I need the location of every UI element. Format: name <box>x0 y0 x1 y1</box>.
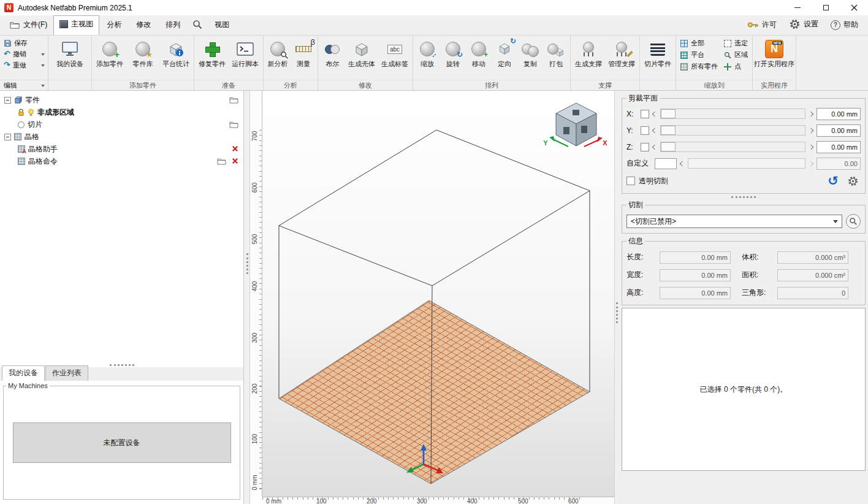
add-part-button[interactable]: + 添加零件 <box>93 37 126 80</box>
new-analysis-button[interactable]: 新分析 <box>265 37 291 80</box>
help-button[interactable]: ? 帮助 <box>824 16 864 35</box>
open-folder-button[interactable] <box>229 96 238 105</box>
tree-item-parts[interactable]: 零件 <box>0 94 243 106</box>
manage-support-button[interactable]: 管理支撑 <box>605 37 638 80</box>
clip-y-value[interactable]: 0.00 mm <box>817 124 861 137</box>
create-support-button[interactable]: 生成支撑 <box>572 37 605 80</box>
splitter-grip[interactable] <box>246 253 248 274</box>
redo-dropdown-caret[interactable] <box>41 64 45 69</box>
slider-right-arrow[interactable] <box>809 161 813 166</box>
zoom-region-button[interactable]: 区域 <box>723 49 749 61</box>
close-button[interactable] <box>840 0 868 15</box>
slider-right-arrow[interactable] <box>809 111 813 116</box>
slider-thumb[interactable] <box>661 142 676 151</box>
viewport-right-splitter[interactable] <box>614 91 619 504</box>
run-script-button[interactable]: 运行脚本 <box>229 37 262 80</box>
collapse-icon[interactable] <box>4 97 11 104</box>
zoom-platform-button[interactable]: 平台 <box>679 49 719 61</box>
tab-arrange[interactable]: 排列 <box>158 15 188 35</box>
clip-z-value[interactable]: 0.00 mm <box>817 141 861 153</box>
slider-left-arrow[interactable] <box>652 144 657 149</box>
clipping-settings-button[interactable] <box>845 174 861 188</box>
clip-x-value[interactable]: 0.00 mm <box>817 108 861 120</box>
zoom-point-button[interactable]: 点 <box>723 61 749 72</box>
save-button[interactable]: 保存 <box>1 37 48 48</box>
settings-button[interactable]: 设置 <box>783 15 824 35</box>
pack-button[interactable]: 打包 <box>543 37 569 80</box>
tree-item-lattice-command[interactable]: 晶格命令 <box>0 155 243 167</box>
open-folder-button[interactable] <box>229 121 238 130</box>
ribbon-group-my-devices: 我的设备 <box>48 36 92 90</box>
tree-item-nonform-area[interactable]: 非成形区域 <box>0 106 243 118</box>
slider-left-arrow[interactable] <box>652 128 657 132</box>
zoom-all-button[interactable]: 全部 <box>679 37 719 49</box>
edit-menu-button[interactable]: 编辑 <box>1 80 48 90</box>
duplicate-button[interactable]: 复制 <box>517 37 543 80</box>
slider-thumb[interactable] <box>661 126 676 135</box>
tab-analysis[interactable]: 分析 <box>99 15 129 35</box>
clip-z-slider[interactable] <box>660 142 805 152</box>
search-button[interactable] <box>188 15 207 35</box>
viewport-3d[interactable]: Y X <box>262 91 614 497</box>
delete-button[interactable] <box>232 158 238 166</box>
reset-clipping-button[interactable]: ↺ <box>825 174 841 188</box>
undo-button[interactable]: ↶ 撤销 <box>1 48 48 59</box>
file-menu-button[interactable]: 文件(F) <box>4 16 53 35</box>
undo-dropdown-caret[interactable] <box>41 53 45 58</box>
splitter-grip[interactable] <box>616 302 618 323</box>
create-label-button[interactable]: abc 生成标签 <box>378 37 411 80</box>
clip-y-slider[interactable] <box>660 125 805 136</box>
move-button[interactable]: + 移动 <box>466 37 492 80</box>
license-button[interactable]: 许可 <box>741 16 783 35</box>
orient-button[interactable]: ↻ 定向 <box>492 37 517 80</box>
viewport-left-splitter[interactable] <box>244 91 250 504</box>
volume-label: 体积: <box>742 252 774 262</box>
zoom-selected-button[interactable]: 选定 <box>723 37 749 49</box>
boolean-button[interactable]: 布尔 <box>319 37 345 80</box>
tree-item-lattice-helper[interactable]: A 晶格助手 <box>0 143 243 155</box>
tree-item-slices[interactable]: 切片 <box>0 118 243 131</box>
slider-left-arrow[interactable] <box>652 111 657 116</box>
delete-button[interactable] <box>232 145 238 154</box>
clip-y-checkbox[interactable] <box>641 126 649 135</box>
slice-part-button[interactable]: 切片零件 <box>641 37 674 80</box>
tab-my-devices[interactable]: 我的设备 <box>2 365 45 381</box>
rotate-button[interactable]: ↻ 旋转 <box>440 37 466 80</box>
left-panel-splitter[interactable] <box>110 364 134 366</box>
clip-x-slider[interactable] <box>660 109 805 119</box>
cut-dropdown[interactable]: <切割已禁用> <box>626 215 842 228</box>
tab-job-list[interactable]: 作业列表 <box>45 365 88 381</box>
tab-main-view[interactable]: 主视图 <box>53 15 99 35</box>
part-library-button[interactable]: ★ 零件库 <box>126 37 159 80</box>
clip-x-checkbox[interactable] <box>641 110 649 118</box>
right-panel-splitter[interactable] <box>731 196 756 198</box>
cut-search-button[interactable] <box>846 214 861 229</box>
open-utility-button[interactable]: NNFB 打开实用程序 <box>754 37 794 80</box>
tab-modify[interactable]: 修改 <box>129 15 158 35</box>
open-folder-button[interactable] <box>217 158 226 167</box>
slider-right-arrow[interactable] <box>809 144 813 149</box>
zoom-all-parts-button[interactable]: 所有零件 <box>679 61 719 72</box>
slider-left-arrow[interactable] <box>680 161 685 166</box>
clip-custom-input[interactable] <box>655 158 677 169</box>
transparent-cut-checkbox[interactable] <box>626 177 635 185</box>
tab-view[interactable]: 视图 <box>207 15 237 35</box>
slider-right-arrow[interactable] <box>809 128 813 132</box>
no-device-configured-box[interactable]: 未配置设备 <box>13 422 231 463</box>
minimize-button[interactable] <box>783 0 812 15</box>
support-edit-icon <box>616 42 627 56</box>
platform-stats-button[interactable]: 平台统计 <box>159 37 192 80</box>
tree-item-lattice[interactable]: 晶格 <box>0 131 243 143</box>
create-shell-button[interactable]: 生成壳体 <box>345 37 378 80</box>
repair-part-button[interactable]: 修复零件 <box>196 37 229 80</box>
clip-custom-slider[interactable] <box>688 158 805 169</box>
collapse-icon[interactable] <box>4 134 11 140</box>
clip-z-checkbox[interactable] <box>641 143 649 151</box>
maximize-button[interactable] <box>812 0 840 15</box>
slider-thumb[interactable] <box>661 109 676 118</box>
my-devices-button[interactable]: 我的设备 <box>50 37 90 80</box>
navigation-cube[interactable]: Y X <box>543 103 607 147</box>
scale-button[interactable]: ↔ 缩放 <box>414 37 440 80</box>
redo-button[interactable]: ↷ 重做 <box>1 59 48 71</box>
measure-button[interactable]: β 测量 <box>291 37 316 80</box>
